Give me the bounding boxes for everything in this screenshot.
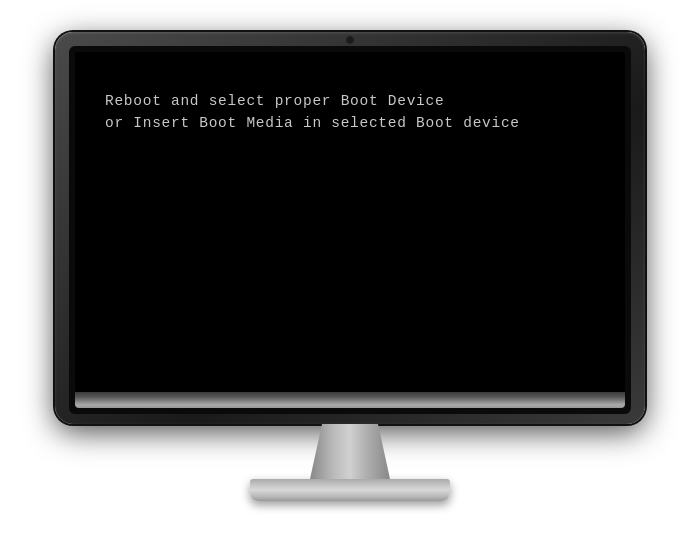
monitor-stand-base <box>250 479 450 501</box>
monitor-frame: Reboot and select proper Boot Device or … <box>55 32 645 424</box>
monitor: Reboot and select proper Boot Device or … <box>55 32 645 501</box>
monitor-stand-neck <box>310 424 390 479</box>
bios-error-text: Reboot and select proper Boot Device or … <box>105 90 520 135</box>
monitor-bottom-bar <box>75 392 625 408</box>
screen: Reboot and select proper Boot Device or … <box>75 52 625 392</box>
monitor-bezel: Reboot and select proper Boot Device or … <box>69 46 631 414</box>
